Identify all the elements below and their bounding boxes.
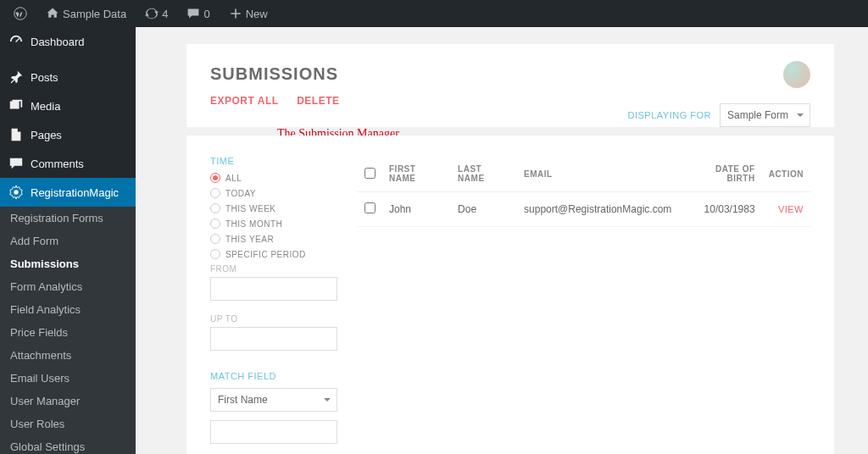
site-name[interactable]: Sample Data [39,0,133,27]
menu-comments[interactable]: Comments [0,149,136,178]
submenu-price-fields[interactable]: Price Fields [0,321,136,344]
cell-first-name: John [382,192,451,227]
select-all-checkbox[interactable] [364,168,376,179]
displaying-for-label: DISPLAYING FOR [628,110,711,120]
col-last-name: LAST NAME [451,156,517,192]
col-dob: DATE OF BIRTH [678,156,761,192]
admin-sidebar: Dashboard Posts Media Pages Comments Reg… [0,27,136,454]
comment-icon [186,7,200,20]
pin-icon [8,69,24,85]
time-option-specific[interactable]: SPECIFIC PERIOD [210,249,337,259]
upto-label: UP TO [210,314,337,324]
from-label: FROM [210,264,337,274]
page-icon [8,127,24,142]
menu-media[interactable]: Media [0,91,136,120]
new-content[interactable]: New [222,0,275,27]
submenu-form-analytics[interactable]: Form Analytics [0,275,136,298]
match-field-label: MATCH FIELD [210,371,337,381]
submenu-attachments[interactable]: Attachments [0,344,136,367]
submenu-user-roles[interactable]: User Roles [0,412,136,435]
time-label: TIME [210,156,337,166]
page-title: SUBMISSIONS [210,64,810,84]
plus-icon [229,7,242,20]
time-option-month[interactable]: THIS MONTH [210,219,337,229]
table-row: John Doe support@RegistrationMagic.com 1… [358,192,810,227]
col-action: ACTION [762,156,810,192]
updates[interactable]: 4 [138,0,175,27]
filter-sidebar: TIME ALL TODAY THIS WEEK THIS MONTH THIS… [210,156,337,454]
submenu-add-form[interactable]: Add Form [0,230,136,252]
col-first-name: FIRST NAME [382,156,451,192]
from-input[interactable] [210,277,337,301]
admin-bar: Sample Data 4 0 New [0,0,868,27]
match-value-input[interactable] [210,420,337,444]
menu-dashboard[interactable]: Dashboard [0,27,136,56]
wordpress-icon [14,7,27,20]
cell-last-name: Doe [451,192,517,227]
menu-posts[interactable]: Posts [0,63,136,91]
media-icon [8,98,24,114]
gear-icon [8,185,24,200]
submissions-body-panel: TIME ALL TODAY THIS WEEK THIS MONTH THIS… [186,136,834,454]
submenu-registrationmagic: Registration Forms Add Form Submissions … [0,207,136,454]
time-option-year[interactable]: THIS YEAR [210,234,337,244]
time-option-today[interactable]: TODAY [210,188,337,198]
view-link[interactable]: VIEW [778,204,804,214]
time-option-all[interactable]: ALL [210,173,337,183]
time-option-week[interactable]: THIS WEEK [210,203,337,213]
dashboard-icon [8,34,24,49]
comment-icon [8,156,24,171]
refresh-icon [145,7,159,20]
menu-registrationmagic[interactable]: RegistrationMagic [0,178,136,207]
menu-pages[interactable]: Pages [0,120,136,149]
cell-dob: 10/03/1983 [678,192,761,227]
submenu-email-users[interactable]: Email Users [0,367,136,390]
submenu-field-analytics[interactable]: Field Analytics [0,298,136,321]
submenu-global-settings[interactable]: Global Settings [0,435,136,454]
cell-email: support@RegistrationMagic.com [517,192,678,227]
row-checkbox[interactable] [364,202,376,213]
match-field-select[interactable]: First Name [210,388,337,412]
upto-input[interactable] [210,327,337,351]
avatar[interactable] [783,61,810,88]
export-all-link[interactable]: EXPORT ALL [210,95,279,107]
delete-link[interactable]: DELETE [297,95,339,107]
svg-point-1 [14,190,18,194]
col-email: EMAIL [517,156,678,192]
submenu-submissions[interactable]: Submissions [0,252,136,275]
comments-count[interactable]: 0 [180,0,216,27]
wp-logo[interactable] [7,0,34,27]
submissions-header-panel: SUBMISSIONS EXPORT ALL DELETE DISPLAYING… [186,44,834,127]
home-icon [46,7,59,20]
main-content: The Submission Manager Make sure the rig… [136,27,868,454]
submissions-table: FIRST NAME LAST NAME EMAIL DATE OF BIRTH… [358,156,810,227]
submissions-table-wrap: FIRST NAME LAST NAME EMAIL DATE OF BIRTH… [358,156,810,454]
svg-point-0 [14,8,26,19]
form-selector[interactable]: Sample Form [720,103,810,127]
submenu-user-manager[interactable]: User Manager [0,390,136,412]
submenu-registration-forms[interactable]: Registration Forms [0,207,136,230]
